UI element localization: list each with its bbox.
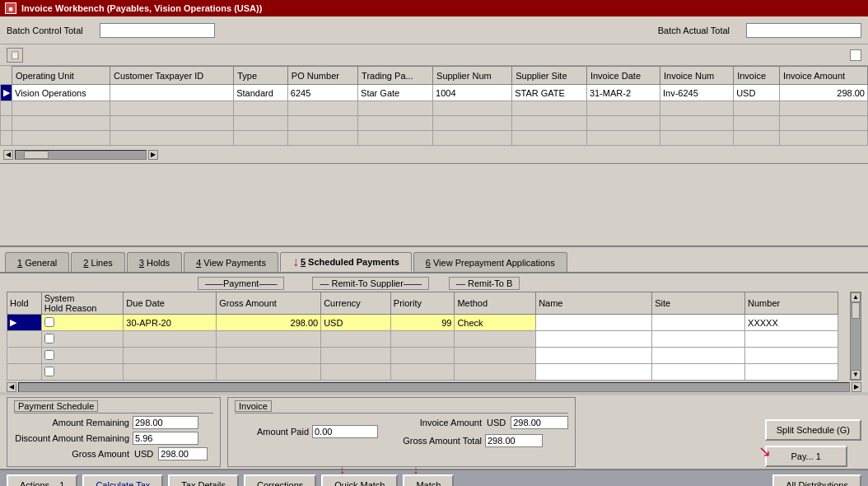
batch-actual-input[interactable] <box>746 23 861 38</box>
hold-checkbox-4[interactable] <box>44 367 54 376</box>
cell-supplier-num: 1004 <box>433 85 512 101</box>
cell-trading: Star Gate <box>358 85 433 101</box>
split-schedule-button[interactable]: Split Schedule (G) <box>765 419 861 441</box>
pay-button[interactable]: Pay... 1 <box>765 446 847 467</box>
scroll-right-btn[interactable]: ▶ <box>148 150 158 160</box>
header-checkbox[interactable] <box>850 49 861 61</box>
discount-amount-label: Discount Amount Remaining <box>14 433 129 443</box>
sched-row-4 <box>7 364 838 381</box>
sched-method[interactable]: Check <box>455 315 536 331</box>
match-button[interactable]: Match ↓ <box>403 474 454 486</box>
cell-invoice-num: Inv-6245 <box>660 85 734 101</box>
quick-match-button[interactable]: Quick Match ↓ <box>321 474 398 486</box>
sched-due-date[interactable]: 30-APR-20 <box>124 315 217 331</box>
remit-supplier-header: — Remit-To Supplier—— <box>312 277 428 290</box>
actions-button[interactable]: Actions... 1 <box>7 474 77 486</box>
scroll-thumb <box>852 302 860 319</box>
col-due-date: Due Date <box>124 292 217 315</box>
sched-site[interactable] <box>652 315 745 331</box>
batch-control-label: Batch Control Total <box>7 26 83 35</box>
corrections-button[interactable]: Corrections <box>244 474 316 486</box>
row-selector[interactable]: ▶ <box>1 85 12 101</box>
amount-remaining-input[interactable] <box>133 416 198 429</box>
toolbar-row: Batch Control Total Batch Actual Total <box>0 16 868 44</box>
gross-amount-row: Gross Amount USD <box>14 447 213 460</box>
batch-actual-label: Batch Actual Total <box>658 26 730 35</box>
amount-paid-input[interactable] <box>312 425 378 438</box>
v-scrollbar[interactable]: ▲ ▼ <box>850 292 861 381</box>
tax-details-button[interactable]: Tax Details <box>168 474 239 486</box>
sched-row-2 <box>7 331 838 348</box>
payment-group-header: ——Payment—— <box>198 277 284 290</box>
title-bar-text: Invoice Workbench (Payables, Vision Oper… <box>21 3 262 13</box>
sched-scroll-track[interactable] <box>18 382 850 392</box>
payment-schedule-panel: Payment Schedule Amount Remaining Discou… <box>7 397 221 467</box>
sched-scroll-left[interactable]: ◀ <box>7 382 16 392</box>
invoice-amount-row: Invoice Amount USD <box>391 416 568 429</box>
col-number: Number <box>745 292 838 315</box>
sched-priority[interactable]: 99 <box>390 315 455 331</box>
all-distributions-button[interactable]: All Distributions <box>772 474 861 486</box>
col-priority: Priority <box>390 292 455 315</box>
remit-b-header: — Remit-To B <box>449 277 520 290</box>
sched-row-1[interactable]: ▶ 30-APR-20 298.00 USD 99 Check XXXXX <box>7 315 838 331</box>
cell-po-number: 6245 <box>287 85 357 101</box>
hold-checkbox-3[interactable] <box>44 350 54 360</box>
hold-checkbox-2[interactable] <box>44 334 54 343</box>
cell-invoice: USD <box>734 85 780 101</box>
table-row-empty <box>1 101 868 116</box>
col-header-type: Type <box>234 67 288 85</box>
gross-amount-input[interactable] <box>158 447 208 460</box>
header-icon-row: 📋 <box>0 44 868 66</box>
col-header-supplier-site: Supplier Site <box>512 67 587 85</box>
col-gross-amount: Gross Amount <box>217 292 321 315</box>
col-header-supplier-num: Supplier Num <box>433 67 512 85</box>
sched-hold-reason[interactable] <box>41 315 124 331</box>
tab-scheduled-payments[interactable]: ↓ 5 Scheduled Payments <box>280 252 412 272</box>
col-site: Site <box>652 292 745 315</box>
tab-view-payments[interactable]: 4 View Payments <box>184 252 278 272</box>
scroll-down-btn[interactable]: ▼ <box>851 370 861 380</box>
quick-match-arrow: ↓ <box>339 463 345 476</box>
hold-checkbox[interactable] <box>44 317 54 327</box>
scroll-left-btn[interactable]: ◀ <box>3 150 13 160</box>
scrollbar-thumb <box>24 151 49 159</box>
scroll-up-btn[interactable]: ▲ <box>851 292 861 302</box>
gross-amount-total-label: Gross Amount Total <box>391 436 482 446</box>
sched-currency[interactable]: USD <box>321 315 391 331</box>
table-row[interactable]: ▶ Vision Operations Standard 6245 Star G… <box>1 85 868 101</box>
invoice-amount-currency: USD <box>485 418 507 428</box>
tab-general[interactable]: 1 General <box>5 252 69 272</box>
cell-supplier-site: STAR GATE <box>512 85 587 101</box>
match-arrow: ↓ <box>413 463 418 476</box>
gross-amount-total-row: Gross Amount Total <box>391 434 568 447</box>
gross-amount-total-input[interactable] <box>485 434 543 447</box>
gross-amount-currency: USD <box>133 449 155 459</box>
cell-invoice-date: 31-MAR-2 <box>586 85 660 101</box>
discount-amount-row: Discount Amount Remaining <box>14 432 213 445</box>
tab-holds[interactable]: 3 Holds <box>127 252 182 272</box>
col-name: Name <box>536 292 652 315</box>
batch-control-input[interactable] <box>100 23 215 38</box>
sched-scroll-right[interactable]: ▶ <box>852 382 861 392</box>
sched-h-scrollbar: ◀ ▶ <box>7 382 861 392</box>
cell-operating-unit: Vision Operations <box>12 85 110 101</box>
discount-amount-input[interactable] <box>133 432 198 445</box>
col-currency: Currency <box>321 292 391 315</box>
invoice-amount-input[interactable] <box>511 416 568 429</box>
tab-lines[interactable]: 2 Lines <box>71 252 124 272</box>
nav-icon[interactable]: 📋 <box>7 48 23 63</box>
tab-view-prepayment[interactable]: 6 View Prepayment Applications <box>413 252 567 272</box>
sched-name[interactable] <box>536 315 652 331</box>
sched-gross-amount[interactable]: 298.00 <box>217 315 321 331</box>
sched-row-3 <box>7 348 838 364</box>
table-row-empty <box>1 116 868 131</box>
gross-amount-label: Gross Amount <box>14 449 129 459</box>
calculate-tax-button[interactable]: Calculate Tax <box>82 474 163 486</box>
payment-schedule-title: Payment Schedule <box>14 400 98 412</box>
col-system-hold: SystemHold Reason <box>41 292 124 315</box>
col-hold: Hold <box>7 292 42 315</box>
col-method: Method <box>455 292 536 315</box>
cell-customer-taxpayer <box>110 85 233 101</box>
scrollbar-track[interactable] <box>15 150 147 160</box>
